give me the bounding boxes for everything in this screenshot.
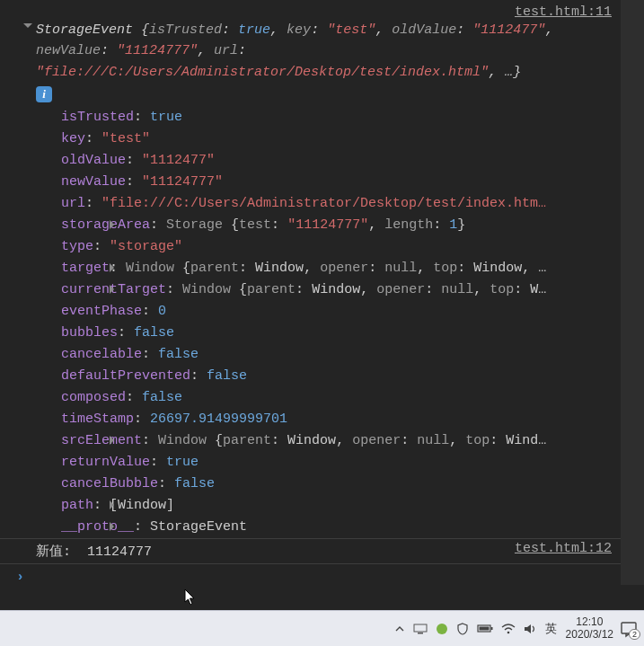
info-icon[interactable]: i [36, 86, 52, 102]
wifi-icon[interactable] [501, 624, 516, 634]
log-entry-1: test.html:11 [0, 0, 621, 18]
windows-taskbar[interactable]: 英 12:10 2020/3/12 2 [0, 610, 644, 646]
prop-newValue: newValue: "11124777" [61, 172, 621, 193]
summary-text: StorageEvent {isTrusted: true, key: "tes… [36, 22, 561, 80]
prop-target[interactable]: target: Window {parent: Window, opener: … [61, 258, 621, 279]
prop-returnValue: returnValue: true [61, 452, 621, 473]
chevron-right-icon[interactable] [110, 500, 114, 509]
svg-point-2 [437, 624, 447, 634]
property-list: isTrusted: true key: "test" oldValue: "1… [0, 107, 621, 538]
console-input[interactable]: › [0, 563, 621, 585]
clock-time: 12:10 [566, 616, 613, 629]
svg-rect-4 [490, 627, 492, 630]
prop-url: url: "file:///C:/Users/Administrator/Des… [61, 193, 621, 215]
chevron-right-icon[interactable] [110, 263, 114, 272]
notification-center-icon[interactable]: 2 [619, 619, 639, 639]
prop-eventPhase: eventPhase: 0 [61, 301, 621, 323]
ime-indicator[interactable]: 英 [545, 621, 557, 637]
storage-event-summary[interactable]: StorageEvent {isTrusted: true, key: "tes… [0, 18, 621, 84]
prop-srcElement[interactable]: srcElement: Window {parent: Window, open… [61, 430, 621, 452]
chevron-right-icon[interactable] [110, 220, 114, 229]
svg-rect-5 [479, 627, 489, 631]
battery-icon[interactable] [477, 624, 493, 633]
volume-icon[interactable] [524, 623, 537, 635]
notification-badge: 2 [629, 629, 640, 640]
prop-defaultPrevented: defaultPrevented: false [61, 366, 621, 387]
log-label: 新值: [36, 544, 71, 560]
clock-date: 2020/3/12 [566, 629, 613, 642]
svg-point-6 [507, 631, 509, 633]
log-value: 11124777 [87, 544, 152, 560]
prop-bubbles: bubbles: false [61, 323, 621, 344]
prop-currentTarget[interactable]: currentTarget: Window {parent: Window, o… [61, 279, 621, 301]
chevron-right-icon[interactable] [110, 522, 114, 531]
prop-key: key: "test" [61, 128, 621, 150]
svg-rect-1 [418, 633, 423, 634]
info-row: i [0, 84, 621, 107]
prop-oldValue: oldValue: "1112477" [61, 150, 621, 172]
chevron-down-icon[interactable] [23, 23, 32, 28]
prop-timeStamp: timeStamp: 26697.91499999701 [61, 409, 621, 430]
mouse-cursor-icon [184, 588, 197, 606]
svg-rect-0 [414, 624, 427, 632]
app-icon[interactable] [436, 623, 448, 635]
taskbar-clock[interactable]: 12:10 2020/3/12 [560, 616, 619, 642]
chevron-right-icon[interactable] [110, 285, 114, 294]
tray-overflow-icon[interactable] [394, 624, 405, 634]
prop-path[interactable]: path: [Window] [61, 495, 621, 517]
prop-isTrusted: isTrusted: true [61, 107, 621, 128]
log-entry-2: test.html:12 新值: 11124777 [0, 538, 621, 563]
prop-storageArea[interactable]: storageArea: Storage {test: "11124777", … [61, 215, 621, 236]
prop-type: type: "storage" [61, 236, 621, 258]
prop-composed: composed: false [61, 387, 621, 409]
source-link-2[interactable]: test.html:12 [515, 541, 612, 556]
prop-cancelable: cancelable: false [61, 344, 621, 366]
vertical-scrollbar[interactable] [621, 0, 644, 585]
prop-cancelBubble: cancelBubble: false [61, 473, 621, 495]
prompt-chevron-icon: › [16, 570, 24, 585]
chevron-right-icon[interactable] [110, 436, 114, 445]
prop-proto[interactable]: __proto__: StorageEvent [61, 517, 621, 538]
monitor-icon[interactable] [413, 624, 428, 634]
system-tray[interactable]: 英 [391, 621, 560, 637]
security-icon[interactable] [456, 623, 469, 635]
